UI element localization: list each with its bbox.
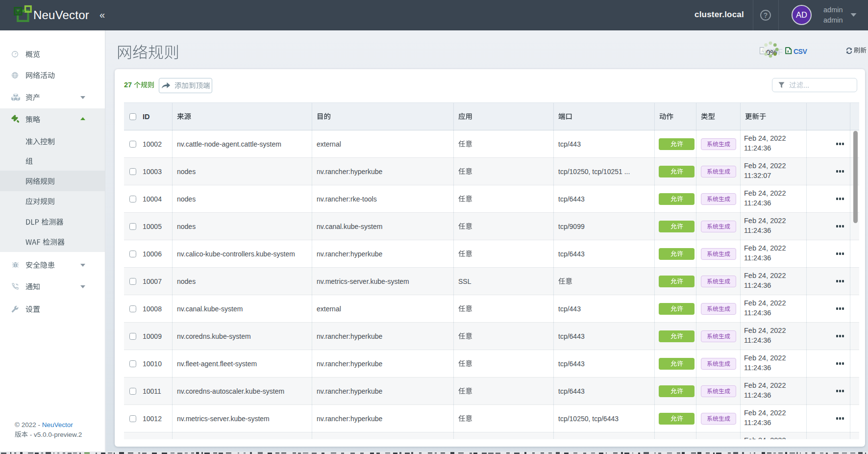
svg-text:x: x	[787, 49, 790, 53]
svg-text:?: ?	[764, 11, 768, 19]
